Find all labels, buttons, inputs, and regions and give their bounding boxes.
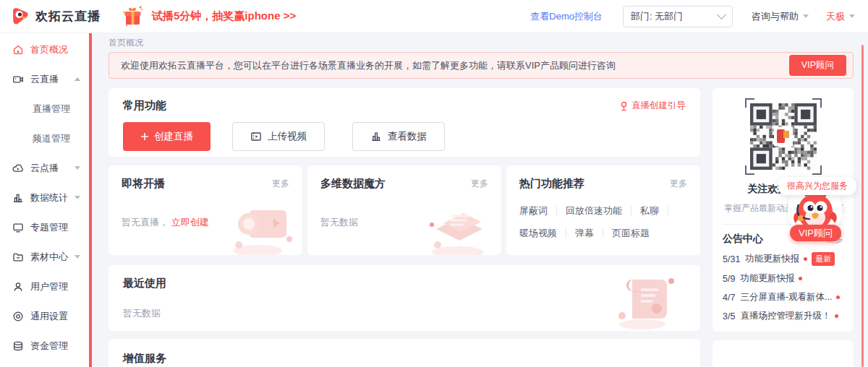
upload-video-label: 上传视频 — [268, 130, 307, 143]
live-camera-icon — [12, 74, 24, 85]
recent-empty-text: 暂无数据 — [123, 307, 161, 320]
upcoming-live-title: 即将开播 — [122, 177, 165, 191]
folder-icon — [12, 251, 24, 263]
chevron-down-icon — [717, 10, 726, 20]
hot-feature-link[interactable]: 暖场视频 — [519, 222, 566, 244]
red-dot-icon — [799, 277, 802, 280]
chevron-up-icon — [75, 77, 80, 81]
recent-used-title: 最近使用 — [123, 277, 166, 290]
sidebar-item-label: 资金管理 — [30, 340, 68, 353]
announcement-item[interactable]: 5/31 功能更新快报 最新 — [723, 252, 843, 266]
view-data-button[interactable]: 查看数据 — [352, 122, 445, 151]
sidebar-item-label: 云点播 — [30, 162, 59, 175]
create-live-button[interactable]: 创建直播 — [123, 122, 210, 151]
caret-down-icon — [803, 14, 809, 18]
content-scrollbar[interactable] — [861, 45, 864, 367]
vip-consultant-button[interactable]: VIP顾问 — [789, 55, 846, 76]
red-dot-icon — [835, 314, 838, 318]
top-header: 欢拓云直播 试播5分钟，抽奖赢iphone >> 查看Demo控制台 部门: 无… — [0, 0, 868, 33]
settings-icon — [12, 311, 24, 322]
announcement-item[interactable]: 4/7 三分屏直播-观看新体... — [723, 291, 843, 303]
sidebar-item-material-center[interactable]: 素材中心 — [0, 242, 89, 272]
announcement-text: 功能更新快报 — [745, 253, 799, 265]
hot-features-title: 热门功能推荐 — [519, 177, 584, 191]
user-menu[interactable]: 天极 — [826, 10, 855, 23]
mascot-vip-button[interactable]: VIP顾问 — [790, 225, 841, 241]
announcement-text: 直播场控管理新升级！ — [740, 310, 830, 322]
view-data-label: 查看数据 — [388, 130, 427, 143]
qr-code — [750, 103, 817, 170]
department-select-value: 部门: 无部门 — [631, 10, 718, 23]
sidebar-item-general-settings[interactable]: 通用设置 — [0, 301, 89, 331]
chevron-down-icon — [75, 255, 80, 259]
live-create-guide-link[interactable]: 直播创建引导 — [619, 100, 686, 112]
sidebar-item-cloud-live[interactable]: 云直播 — [0, 64, 89, 94]
bird-logo-icon — [10, 7, 30, 26]
right-secondary-card — [712, 340, 854, 367]
red-dot-icon — [836, 295, 840, 299]
announcement-list: 5/31 功能更新快报 最新 5/9 功能更新快报 4/7 三分屏直播-观看新体… — [723, 252, 843, 322]
sidebar-item-funds-management[interactable]: 资金管理 — [0, 331, 89, 360]
username: 天极 — [826, 10, 845, 23]
welcome-notice: 欢迎使用欢拓云直播平台，您可以在平台进行各场景直播业务的开展，如需了解更多功能，… — [109, 52, 854, 79]
qr-code-frame — [745, 98, 822, 175]
sidebar-subitem-live-management[interactable]: 直播管理 — [0, 94, 89, 124]
announcement-item[interactable]: 3/5 直播场控管理新升级！ — [723, 310, 843, 322]
sidebar-item-label: 首页概况 — [30, 43, 68, 56]
breadcrumb: 首页概况 — [109, 37, 143, 49]
sidebar-item-label: 云直播 — [30, 73, 59, 86]
guide-pin-icon — [619, 101, 629, 111]
guide-link-label: 直播创建引导 — [631, 100, 686, 112]
hot-feature-link[interactable]: 私聊 — [640, 199, 668, 222]
announcement-date: 5/31 — [723, 254, 740, 264]
logo-text: 欢拓云直播 — [35, 8, 101, 25]
app-logo[interactable]: 欢拓云直播 — [0, 7, 110, 26]
hot-feature-link[interactable]: 弹幕 — [575, 222, 603, 244]
data-cube-card: 多维数据魔方 更多 暂无数据 — [307, 165, 501, 255]
create-live-label: 创建直播 — [154, 130, 193, 143]
hot-feature-link[interactable]: 回放倍速功能 — [566, 199, 631, 222]
data-cube-title: 多维数据魔方 — [320, 177, 386, 191]
create-now-link[interactable]: 立即创建 — [171, 217, 209, 228]
hot-feature-link[interactable]: 屏蔽词 — [519, 199, 557, 222]
upcoming-more-link[interactable]: 更多 — [272, 178, 289, 190]
common-functions-card: 常用功能 直播创建引导 创建直播 上传视频 — [109, 88, 700, 157]
bar-chart-icon — [12, 192, 24, 204]
chevron-down-icon — [75, 166, 80, 170]
department-select[interactable]: 部门: 无部门 — [623, 6, 733, 27]
announcement-date: 4/7 — [723, 293, 735, 303]
promo-banner[interactable]: 试播5分钟，抽奖赢iphone >> — [120, 5, 296, 28]
sidebar-item-label: 素材中心 — [30, 251, 68, 264]
sidebar-item-topic-management[interactable]: 专题管理 — [0, 212, 89, 242]
sidebar-subitem-label: 直播管理 — [33, 103, 70, 116]
help-menu[interactable]: 咨询与帮助 — [752, 10, 809, 23]
chart-icon — [370, 131, 382, 142]
data-cube-empty-text: 暂无数据 — [320, 217, 358, 228]
sidebar-item-home-overview[interactable]: 首页概况 — [0, 35, 89, 64]
hot-features-card: 热门功能推荐 更多 屏蔽词 回放倍速功能 私聊 暖场视频 弹幕 页面标题 — [506, 165, 700, 255]
upload-video-button[interactable]: 上传视频 — [232, 122, 325, 151]
announcement-date: 3/5 — [723, 311, 735, 321]
demo-console-link[interactable]: 查看Demo控制台 — [530, 10, 603, 23]
mascot-tooltip: 很高兴为您服务 — [778, 177, 856, 195]
welcome-notice-text: 欢迎使用欢拓云直播平台，您可以在平台进行各场景直播业务的开展，如需了解更多功能，… — [121, 59, 616, 72]
sidebar-subitem-channel-management[interactable]: 频道管理 — [0, 124, 89, 153]
gift-icon — [120, 5, 145, 28]
value-added-title: 增值服务 — [123, 352, 166, 364]
announcement-date: 5/9 — [723, 274, 735, 284]
sidebar-item-data-statistics[interactable]: 数据统计 — [0, 183, 89, 212]
sidebar-item-cloud-vod[interactable]: 云点播 — [0, 153, 89, 183]
sidebar-scrollbar[interactable] — [89, 33, 92, 367]
sidebar-item-user-management[interactable]: 用户管理 — [0, 272, 89, 301]
announcements-title: 公告中心 — [723, 233, 763, 246]
upcoming-empty-text: 暂无直播， — [122, 217, 169, 228]
monitor-icon — [12, 222, 24, 233]
recent-used-card: 最近使用 暂无数据 — [109, 265, 700, 331]
common-functions-title: 常用功能 — [123, 99, 166, 113]
home-icon — [12, 44, 24, 56]
data-cube-more-link[interactable]: 更多 — [471, 178, 488, 190]
funds-icon — [12, 340, 24, 352]
hot-features-more-link[interactable]: 更多 — [670, 178, 687, 190]
hot-feature-link[interactable]: 页面标题 — [612, 222, 659, 244]
announcement-item[interactable]: 5/9 功能更新快报 — [723, 272, 843, 285]
